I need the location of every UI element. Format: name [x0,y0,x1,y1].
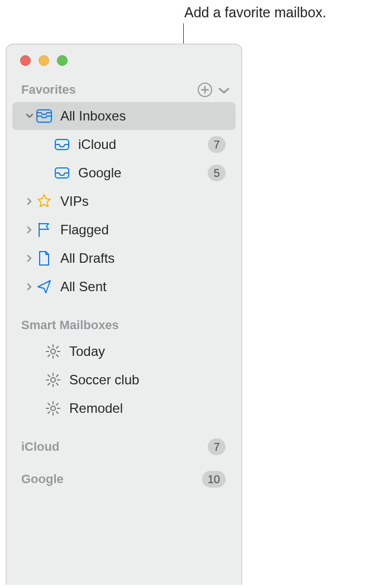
svg-point-3 [51,349,55,354]
close-window-button[interactable] [20,55,31,66]
sidebar-item-label: All Drafts [60,250,226,266]
chevron-right-icon[interactable] [25,254,35,262]
sidebar-item-remodel[interactable]: Remodel [12,394,236,422]
chevron-down-icon[interactable] [25,113,35,119]
document-icon [36,250,52,267]
sidebar-item-label: All Inboxes [60,108,226,124]
minimize-window-button[interactable] [39,55,49,66]
flag-icon [36,221,52,238]
sidebar-item-vips[interactable]: VIPs [12,187,236,215]
favorites-section-header: Favorites [7,76,241,102]
sidebar-item-label: Soccer club [69,372,226,388]
smart-mailboxes-title: Smart Mailboxes [21,318,230,332]
smart-mailboxes-header: Smart Mailboxes [7,311,241,337]
account-section-google[interactable]: Google 10 [7,465,241,493]
unread-badge: 7 [208,136,226,153]
inbox-icon [54,165,70,181]
sidebar-item-label: Flagged [60,222,226,238]
sidebar-item-all-sent[interactable]: All Sent [12,273,236,301]
sidebar-item-label: All Sent [60,279,226,295]
sidebar-item-label: VIPs [60,194,226,209]
sidebar-item-all-inboxes[interactable]: All Inboxes [12,102,236,130]
favorites-collapse-icon[interactable] [218,85,230,94]
unread-badge: 5 [208,165,226,181]
gear-icon [45,343,61,360]
unread-badge: 7 [208,438,226,455]
inbox-icon [54,136,70,153]
gear-icon [45,400,61,417]
zoom-window-button[interactable] [57,55,68,66]
sidebar-item-today[interactable]: Today [12,338,236,365]
gear-icon [45,372,61,388]
account-label: Google [21,472,202,486]
sidebar-item-flagged[interactable]: Flagged [12,216,236,244]
account-section-icloud[interactable]: iCloud 7 [7,433,241,461]
paper-plane-icon [36,278,52,295]
sidebar-item-label: Remodel [69,401,226,416]
add-favorite-icon[interactable] [198,83,212,97]
svg-point-4 [51,378,55,382]
sidebar-item-icloud-inbox[interactable]: iCloud 7 [12,131,236,158]
account-label: iCloud [21,440,208,454]
svg-point-5 [51,406,55,411]
chevron-right-icon[interactable] [25,197,35,205]
sidebar-item-all-drafts[interactable]: All Drafts [12,244,236,272]
sidebar-item-label: Today [69,344,226,359]
chevron-right-icon[interactable] [25,283,35,291]
mail-sidebar-window: Favorites All Inboxes i [6,44,242,585]
sidebar-item-label: iCloud [78,137,208,152]
window-titlebar [7,45,241,76]
chevron-right-icon[interactable] [25,226,35,234]
sidebar-item-google-inbox[interactable]: Google 5 [12,159,236,187]
unread-badge: 10 [202,471,226,488]
sidebar-item-soccer-club[interactable]: Soccer club [12,366,236,394]
callout-annotation: Add a favorite mailbox. [184,4,326,21]
star-icon [36,193,52,210]
all-inboxes-icon [36,108,52,124]
favorites-title: Favorites [21,83,198,97]
sidebar-item-label: Google [78,165,208,181]
